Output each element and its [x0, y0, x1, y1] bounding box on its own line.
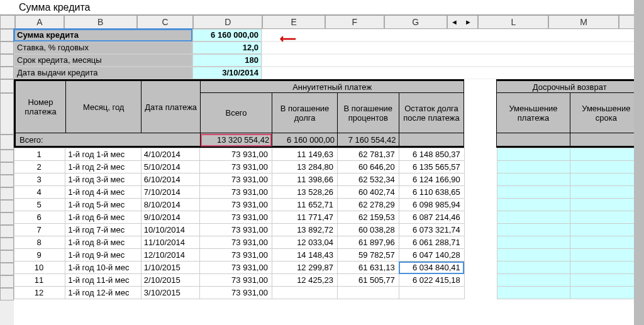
- row-header[interactable]: [0, 238, 14, 250]
- row-balance[interactable]: 6 098 985,94: [399, 199, 464, 211]
- col-header-e[interactable]: E: [262, 15, 325, 29]
- row-reduce-term[interactable]: [570, 249, 644, 262]
- row-month-year[interactable]: 1-й год 5-й мес: [65, 199, 142, 211]
- row-total[interactable]: 73 931,00: [200, 211, 272, 224]
- row-month-year[interactable]: 1-й год 11-й мес: [65, 274, 142, 287]
- row-total[interactable]: 73 931,00: [200, 274, 272, 287]
- row-principal[interactable]: [272, 287, 337, 299]
- row-num[interactable]: 12: [14, 287, 65, 299]
- col-header-f[interactable]: F: [325, 15, 384, 29]
- row-total[interactable]: 73 931,00: [200, 148, 272, 161]
- empty-cell[interactable]: [262, 67, 644, 79]
- param-date-value[interactable]: 3/10/2014: [192, 67, 262, 79]
- row-total[interactable]: 73 931,00: [200, 161, 272, 174]
- row-balance[interactable]: 6 124 166,90: [399, 174, 464, 186]
- row-reduce-pay[interactable]: [497, 236, 570, 249]
- row-num[interactable]: 10: [14, 262, 65, 274]
- row-date[interactable]: 3/10/2015: [141, 287, 200, 299]
- param-rate-value[interactable]: 12,0: [192, 41, 262, 54]
- row-interest[interactable]: 61 631,13: [337, 262, 399, 274]
- row-date[interactable]: 6/10/2014: [141, 174, 200, 186]
- row-principal[interactable]: 13 528,26: [272, 186, 337, 199]
- row-header[interactable]: [0, 187, 14, 200]
- row-balance[interactable]: 6 135 565,57: [399, 161, 464, 174]
- col-header-d[interactable]: D: [193, 15, 262, 29]
- empty-cell[interactable]: [262, 41, 644, 54]
- totals-total[interactable]: 13 320 554,42: [200, 133, 272, 147]
- row-principal[interactable]: 13 892,72: [272, 224, 337, 236]
- row-reduce-pay[interactable]: [497, 161, 570, 174]
- hidden-columns-indicator[interactable]: ◄ ►: [447, 15, 479, 29]
- row-reduce-pay[interactable]: [497, 274, 570, 287]
- param-amount-value[interactable]: 6 160 000,00: [192, 29, 262, 41]
- row-interest[interactable]: 60 646,20: [337, 161, 399, 174]
- row-header[interactable]: [0, 150, 14, 162]
- row-principal[interactable]: 12 425,23: [272, 274, 337, 287]
- row-reduce-pay[interactable]: [497, 249, 570, 262]
- col-header-l[interactable]: L: [478, 15, 548, 29]
- row-reduce-term[interactable]: [570, 186, 644, 199]
- row-interest[interactable]: [337, 287, 399, 299]
- row-balance[interactable]: 6 047 140,28: [399, 249, 464, 262]
- empty-cell[interactable]: [262, 54, 644, 67]
- row-month-year[interactable]: 1-й год 9-й мес: [65, 249, 142, 262]
- row-num[interactable]: 5: [14, 199, 65, 211]
- col-header-a[interactable]: A: [15, 15, 64, 29]
- totals-interest[interactable]: 7 160 554,42: [337, 133, 399, 147]
- row-header[interactable]: [0, 67, 14, 79]
- row-reduce-pay[interactable]: [497, 287, 570, 299]
- param-term-value[interactable]: 180: [192, 54, 262, 67]
- row-reduce-term[interactable]: [570, 274, 644, 287]
- row-interest[interactable]: 60 038,28: [337, 224, 399, 236]
- row-reduce-pay[interactable]: [497, 211, 570, 224]
- row-reduce-term[interactable]: [570, 287, 644, 299]
- row-month-year[interactable]: 1-й год 4-й мес: [65, 186, 142, 199]
- row-reduce-term[interactable]: [570, 262, 644, 274]
- row-date[interactable]: 2/10/2015: [141, 274, 200, 287]
- row-reduce-term[interactable]: [570, 211, 644, 224]
- row-total[interactable]: 73 931,00: [200, 262, 272, 274]
- row-num[interactable]: 4: [14, 186, 65, 199]
- row-principal[interactable]: 11 771,47: [272, 211, 337, 224]
- row-num[interactable]: 9: [14, 249, 65, 262]
- row-month-year[interactable]: 1-й год 10-й мес: [65, 262, 142, 274]
- row-header[interactable]: [0, 275, 14, 288]
- row-principal[interactable]: 12 299,87: [272, 262, 337, 274]
- col-header-g[interactable]: G: [384, 15, 447, 29]
- row-month-year[interactable]: 1-й год 8-й мес: [65, 236, 142, 249]
- row-total[interactable]: 73 931,00: [200, 249, 272, 262]
- row-num[interactable]: 7: [14, 224, 65, 236]
- row-interest[interactable]: 62 781,37: [337, 148, 399, 161]
- row-reduce-pay[interactable]: [497, 186, 570, 199]
- row-reduce-pay[interactable]: [497, 199, 570, 211]
- row-num[interactable]: 8: [14, 236, 65, 249]
- row-interest[interactable]: 62 159,53: [337, 211, 399, 224]
- row-header[interactable]: [0, 250, 14, 263]
- row-reduce-term[interactable]: [570, 224, 644, 236]
- row-num[interactable]: 2: [14, 161, 65, 174]
- row-interest[interactable]: 61 897,96: [337, 236, 399, 249]
- row-principal[interactable]: 13 284,80: [272, 161, 337, 174]
- row-header[interactable]: [0, 54, 14, 67]
- row-balance[interactable]: 6 110 638,65: [399, 186, 464, 199]
- row-reduce-pay[interactable]: [497, 224, 570, 236]
- row-interest[interactable]: 61 505,77: [337, 274, 399, 287]
- param-term-label[interactable]: Срок кредита, месяцы: [14, 54, 192, 67]
- row-principal[interactable]: 14 148,43: [272, 249, 337, 262]
- row-interest[interactable]: 59 782,57: [337, 249, 399, 262]
- row-date[interactable]: 4/10/2014: [141, 148, 200, 161]
- row-interest[interactable]: 62 278,29: [337, 199, 399, 211]
- row-date[interactable]: 5/10/2014: [141, 161, 200, 174]
- param-rate-label[interactable]: Ставка, % годовых: [14, 41, 192, 54]
- row-total[interactable]: 73 931,00: [200, 199, 272, 211]
- spreadsheet-grid[interactable]: ⟵ Сумма кредита 6 160 000,00 Ставка, % г…: [14, 29, 644, 325]
- param-date-label[interactable]: Дата выдачи кредита: [14, 67, 192, 79]
- row-date[interactable]: 12/10/2014: [141, 249, 200, 262]
- row-header[interactable]: [0, 162, 14, 175]
- row-header[interactable]: [0, 175, 14, 187]
- param-amount-label[interactable]: Сумма кредита: [14, 29, 192, 41]
- row-balance[interactable]: 6 073 321,74: [399, 224, 464, 236]
- row-header[interactable]: [0, 93, 14, 135]
- row-num[interactable]: 1: [14, 148, 65, 161]
- row-header[interactable]: [0, 288, 14, 300]
